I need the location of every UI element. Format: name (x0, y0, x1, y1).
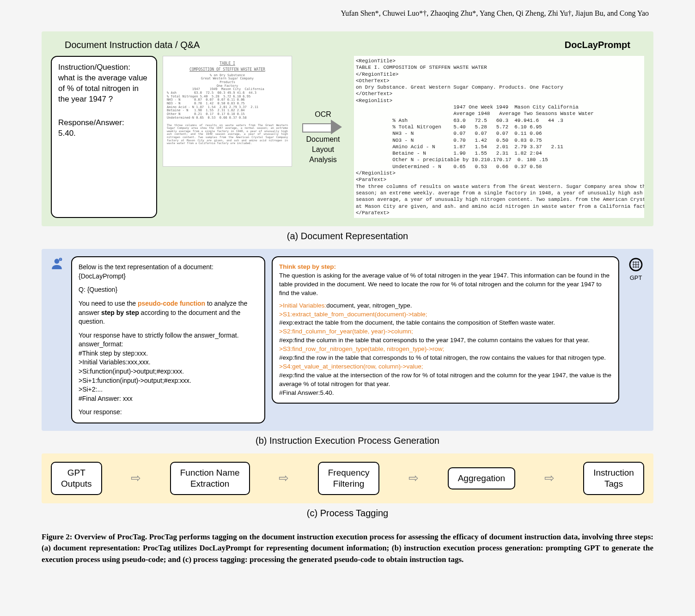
resp-init-vars: document, year, nitrogen_type. (326, 302, 412, 309)
ocr-arrow-column: OCR Document Layout Analysis (298, 56, 348, 218)
panel-instruction-execution: ? Below is the text representation of a … (42, 249, 653, 431)
resp-s2: >S2:find_column_for_year(table, year)->c… (279, 327, 612, 336)
prompt-l4a: You need to use the (79, 300, 138, 307)
question-text: what is the average value of % of total … (58, 73, 150, 105)
answer-label: Response/Answer: (58, 118, 150, 128)
step-instruction-tags: Instruction Tags (583, 462, 644, 495)
doc-title2: COMPOSITION OF STEFFEN WASTE WATER (167, 68, 288, 72)
resp-s3: >S3:find_row_for_nitrogen_type(table, ni… (279, 345, 612, 354)
gpt-label: GPT (626, 274, 646, 281)
prompt-l13: Your response: (79, 408, 258, 417)
resp-s4: >S4:get_value_at_intersection(row, colum… (279, 362, 612, 371)
doc-para: The three columns of results on waste wa… (167, 124, 288, 145)
prompt-l12: #Final Answer: xxx (79, 394, 258, 404)
response-box: Think step by step: The question is aski… (272, 256, 619, 404)
answer-text: 5.40. (58, 128, 150, 139)
resp-s4-exp: #exp:find the value at the intersection … (279, 371, 612, 389)
question-label: Instruction/Question: (58, 62, 150, 73)
resp-think: Think step by step: (279, 263, 612, 272)
resp-think-label: Think step by step: (279, 263, 336, 270)
resp-think-body: The question is asking for the average v… (279, 272, 612, 298)
authors-line: Yufan Shen*, Chuwei Luo*†, Zhaoqing Zhu*… (42, 9, 653, 18)
resp-final: #Final Answer:5.40. (279, 389, 612, 398)
doc-rows: % Ash 63.0 72.5 60.3 49.9 41.6 44.3 % To… (167, 91, 288, 120)
arrow-icon (302, 121, 344, 133)
panel-a-right-title: DocLayPrompt (565, 40, 630, 50)
prompt-l2: {DocLayPrompt} (79, 272, 258, 281)
step-aggregation: Aggregation (448, 467, 515, 489)
figure-number: Figure 2: Overview of ProcTag. (42, 532, 149, 541)
arrow-icon: ⇨ (408, 471, 419, 485)
prompt-l6: answer_format: (79, 340, 258, 349)
resp-s1-exp: #exp:extract the table from the document… (279, 319, 612, 327)
user-icon: ? (49, 256, 65, 272)
resp-s3-exp: #exp:find the row in the table that corr… (279, 354, 612, 362)
arrow-label-layout: Layout (312, 145, 334, 154)
resp-s2-exp: #exp:find the column in the table that c… (279, 336, 612, 345)
panel-a-left-title: Document Instruction data / Q&A (65, 40, 200, 50)
arrow-label-doc: Document (306, 135, 340, 144)
doc-title1: TABLE I (167, 62, 288, 66)
prompt-l4d: step by step (101, 309, 139, 316)
step-gpt-outputs: GPT Outputs (51, 462, 102, 495)
prompt-l4: You need to use the pseudo-code function… (79, 299, 258, 326)
figure-caption: Figure 2: Overview of ProcTag. ProcTag p… (42, 531, 653, 566)
resp-init: >Initial Variables:document, year, nitro… (279, 302, 612, 310)
arrow-label-analysis: Analysis (309, 156, 337, 164)
prompt-l4b: pseudo-code function (138, 300, 205, 307)
panel-document-representation: Document Instruction data / Q&A DocLayPr… (42, 31, 653, 226)
arrow-label-ocr: OCR (315, 110, 331, 119)
gpt-icon: GPT (626, 256, 646, 281)
caption-c: (c) Process Tagging (42, 508, 653, 519)
prompt-l10: >Si+1:function(input)->output;#exp:xxx. (79, 376, 258, 386)
svg-point-0 (55, 259, 60, 264)
step-function-name: Function Name Extraction (170, 462, 250, 495)
step-frequency-filtering: Frequency Filtering (318, 462, 380, 495)
arrow-icon: ⇨ (131, 471, 141, 485)
resp-init-label: >Initial Variables: (279, 302, 326, 309)
arrow-icon: ⇨ (279, 471, 289, 485)
caption-b: (b) Instruction Execution Process Genera… (42, 435, 653, 446)
resp-s1: >S1:extract_table_from_document(document… (279, 310, 612, 319)
prompt-l8: >Initial Variables:xxx,xxx. (79, 358, 258, 367)
prompt-l1: Below is the text representation of a do… (79, 263, 258, 272)
prompt-l9: >Si:function(input)->output;#exp:xxx. (79, 367, 258, 376)
prompt-box: Below is the text representation of a do… (71, 256, 265, 423)
prompt-l5: Your response have to strictly follow th… (79, 331, 258, 340)
prompt-l7: #Think step by step:xxx. (79, 349, 258, 358)
document-image-mock: TABLE I COMPOSITION OF STEFFEN WASTE WAT… (163, 56, 292, 167)
doclayprompt-output: <RegionTitle> TABLE I. COMPOSITION OF ST… (354, 56, 644, 218)
prompt-l11: >Si+2:... (79, 385, 258, 394)
qa-box: Instruction/Question: what is the averag… (51, 56, 157, 218)
panel-process-tagging: GPT Outputs ⇨ Function Name Extraction ⇨… (42, 453, 653, 503)
prompt-l3: Q: {Question} (79, 285, 258, 295)
caption-a: (a) Document Representation (42, 231, 653, 242)
arrow-icon: ⇨ (544, 471, 555, 485)
